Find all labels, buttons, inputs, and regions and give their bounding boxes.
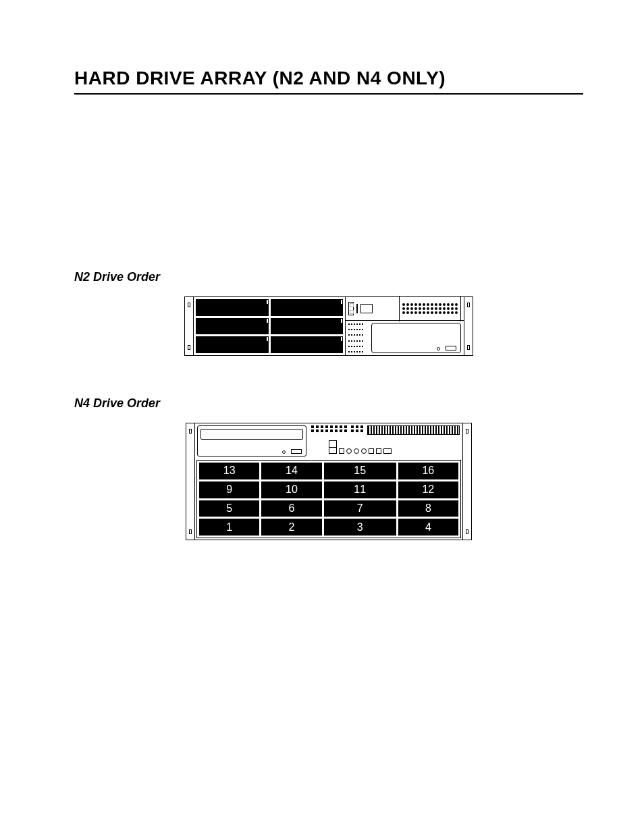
rack-ear-left-icon [185,297,194,355]
rack-ear-right-icon [462,423,471,540]
n4-bay: 16 [398,463,458,479]
n4-bay: 9 [199,481,259,498]
n2-body [194,297,464,355]
n4-bay: 2 [261,519,321,536]
n4-bay: 12 [398,481,458,498]
n2-bay [196,299,269,316]
n4-figure: 13 14 15 16 9 10 11 12 5 6 7 8 1 2 3 4 [74,423,583,540]
n2-bay [271,318,344,335]
n4-top-panel [195,423,462,459]
port-icon [383,448,392,454]
eject-hole-icon [282,450,286,454]
n4-bay: 13 [199,463,259,479]
grille-icon [346,321,369,355]
n4-optical-drive [197,425,306,457]
power-button-icon [361,448,367,454]
usb-stack-icon [329,440,337,454]
n4-bay: 11 [324,481,396,498]
vent-grid-icon [311,425,347,432]
n2-heading: N2 Drive Order [74,270,583,284]
vent-grid-small-icon [351,425,363,432]
eject-button-icon [446,346,456,350]
page: HARD DRIVE ARRAY (N2 AND N4 ONLY) N2 Dri… [0,0,644,581]
port-icon [369,448,374,454]
n2-bay [271,336,344,353]
eject-hole-icon [437,347,440,350]
n4-bay: 10 [261,481,321,498]
n4-device: 13 14 15 16 9 10 11 12 5 6 7 8 1 2 3 4 [186,423,472,540]
n4-bay: 6 [261,500,321,517]
eject-button-icon [291,449,302,454]
n2-bay [196,318,269,335]
rack-ear-right-icon [464,297,473,355]
n4-io-panel [308,423,462,459]
usb-port-icon [348,302,354,315]
n2-io-panel [346,297,464,321]
n2-drive-bays [194,297,345,355]
n4-bay: 4 [398,519,458,536]
n2-figure [74,296,583,356]
n2-bay [271,299,344,316]
led-icon [346,448,352,454]
n4-bay: 5 [199,500,259,517]
n4-bay: 14 [261,463,321,479]
port-icon [376,448,381,454]
divider-icon [356,304,358,313]
n4-bay: 3 [324,519,396,536]
page-title: HARD DRIVE ARRAY (N2 AND N4 ONLY) [74,68,583,95]
vent-dots-icon [399,296,461,321]
n4-bay: 8 [398,500,458,517]
n2-right-panel [345,297,464,355]
cd-tray-icon [371,323,461,353]
n4-bay: 1 [199,519,259,536]
n4-drive-bays: 13 14 15 16 9 10 11 12 5 6 7 8 1 2 3 4 [196,460,461,538]
port-icon [339,448,344,454]
n2-optical-drive [346,321,464,355]
n2-bay [196,336,269,353]
vent-grille-icon [367,425,460,435]
port-icon [360,304,373,313]
n4-bay: 15 [324,463,396,479]
n2-device [184,296,473,356]
n4-bay: 7 [324,500,396,517]
rack-ear-left-icon [186,423,195,540]
led-icon [354,448,359,454]
n4-body: 13 14 15 16 9 10 11 12 5 6 7 8 1 2 3 4 [195,423,462,540]
n4-heading: N4 Drive Order [74,396,583,411]
